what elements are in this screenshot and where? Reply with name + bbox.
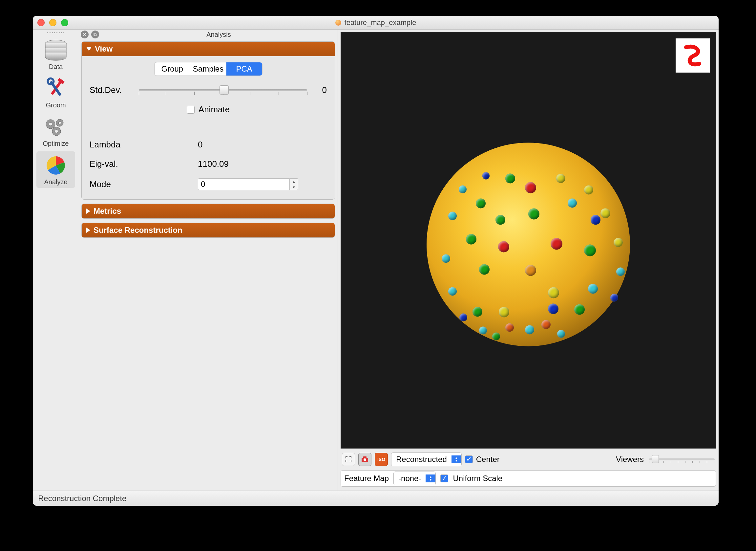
dropdown-arrows-icon: ▲▼ [451, 456, 461, 463]
viewport-3d[interactable] [341, 32, 716, 449]
feature-point [600, 208, 610, 218]
center-label: Center [476, 455, 500, 464]
dropdown-arrows-icon: ▲▼ [426, 475, 435, 482]
mode-data[interactable]: Data [36, 36, 75, 73]
feature-map-label: Feature Map [344, 474, 389, 483]
mode-stepper[interactable]: ▲▼ [290, 178, 298, 190]
mode-spinner: ▲▼ [198, 178, 298, 190]
feature-point [448, 287, 457, 296]
mode-label: Analyze [44, 178, 67, 185]
uniform-scale-checkbox[interactable] [440, 475, 448, 482]
stddev-label: Std.Dev. [90, 85, 132, 95]
close-window-button[interactable] [37, 19, 45, 26]
feature-point [499, 307, 509, 317]
feature-point [476, 198, 486, 208]
eigval-value: 1100.09 [198, 159, 229, 169]
feature-point [614, 238, 623, 247]
feature-point [584, 244, 596, 256]
view-mode-value: Reconstructed [391, 453, 451, 466]
svg-point-8 [58, 121, 61, 124]
feature-map-value: -none- [394, 472, 426, 485]
feature-point [557, 330, 565, 338]
tools-icon [43, 77, 69, 100]
panel-popout-icon[interactable]: ⧉ [91, 31, 99, 38]
feature-point [548, 287, 559, 298]
app-body: Data Groom [33, 30, 719, 491]
mode-label: Data [49, 63, 63, 70]
view-mode-select[interactable]: Reconstructed ▲▼ [391, 453, 462, 466]
window-title: feature_map_example [335, 18, 416, 27]
slider-thumb[interactable] [652, 455, 659, 463]
section-title: Metrics [94, 206, 121, 216]
main-sphere [427, 142, 630, 346]
feature-point [505, 173, 515, 183]
lambda-row: Lambda 0 [90, 139, 327, 150]
feature-map-select[interactable]: -none- ▲▼ [393, 472, 436, 485]
mode-analyze[interactable]: Analyze [36, 151, 75, 188]
feature-point [442, 254, 450, 263]
tab-group[interactable]: Group [155, 62, 191, 75]
status-bar: Reconstruction Complete [33, 491, 719, 506]
mode-toolbar: Data Groom [33, 30, 79, 491]
feature-point [525, 182, 536, 193]
mode-optimize[interactable]: Optimize [36, 113, 75, 149]
viewer-toolbar: ISO Reconstructed ▲▼ Center Viewers [341, 451, 716, 468]
svg-point-10 [55, 130, 58, 133]
app-icon [335, 20, 341, 26]
stddev-row: Std.Dev. 0 [90, 85, 327, 95]
sphere-render [427, 142, 630, 346]
viewers-slider[interactable] [649, 458, 715, 460]
view-tabs: Group Samples PCA [154, 62, 263, 76]
slider-thumb[interactable] [220, 85, 229, 95]
tab-pca[interactable]: PCA [226, 62, 262, 75]
feature-point [492, 332, 500, 340]
section-view-header[interactable]: View [82, 42, 335, 56]
animate-label: Animate [199, 104, 230, 115]
feature-point [466, 234, 476, 244]
stddev-slider[interactable] [139, 89, 307, 91]
eigval-row: Eig-val. 1100.09 [90, 159, 327, 169]
feature-point [556, 174, 565, 183]
section-view-body: Group Samples PCA Std.Dev. 0 [82, 56, 335, 199]
titlebar: feature_map_example [33, 16, 719, 30]
panel-close-icon[interactable]: ✕ [81, 31, 89, 38]
section-metrics-header[interactable]: Metrics [82, 204, 335, 218]
camera-mode-button[interactable] [358, 453, 371, 466]
animate-checkbox[interactable] [187, 106, 195, 114]
svg-point-6 [49, 122, 52, 126]
viewer-options: Feature Map -none- ▲▼ Uniform Scale [341, 470, 716, 487]
mode-label: Optimize [43, 140, 69, 147]
analysis-panel: ✕ ⧉ Analysis View Group Samples PCA Std. [79, 30, 338, 491]
mode-label: Mode [90, 179, 132, 189]
feature-point [482, 172, 490, 179]
center-checkbox[interactable] [465, 456, 473, 463]
database-icon [43, 39, 69, 62]
feature-point [525, 265, 536, 276]
panel-grip[interactable] [45, 31, 67, 34]
feature-point [574, 304, 585, 315]
minimize-window-button[interactable] [49, 19, 56, 26]
window-title-text: feature_map_example [345, 18, 416, 27]
feature-point [525, 325, 534, 334]
feature-point [541, 320, 551, 329]
feature-point [616, 267, 625, 276]
section-title: Surface Reconstruction [94, 225, 182, 235]
feature-point [459, 185, 467, 193]
mode-label: Groom [46, 101, 66, 109]
fit-view-button[interactable] [342, 453, 355, 466]
section-surface-header[interactable]: Surface Reconstruction [82, 223, 335, 237]
iso-view-button[interactable]: ISO [375, 453, 388, 466]
mode-input[interactable] [198, 178, 290, 190]
chevron-down-icon [86, 47, 92, 51]
tab-samples[interactable]: Samples [190, 62, 226, 75]
lambda-label: Lambda [90, 139, 132, 150]
svg-rect-13 [363, 456, 367, 458]
mode-groom[interactable]: Groom [36, 74, 75, 111]
feature-point [479, 264, 490, 274]
panel-title: Analysis [102, 31, 336, 38]
feature-point [588, 284, 598, 294]
zoom-window-button[interactable] [61, 19, 68, 26]
feature-point [479, 327, 487, 334]
feature-point [459, 313, 467, 321]
uniform-scale-label: Uniform Scale [453, 474, 502, 483]
